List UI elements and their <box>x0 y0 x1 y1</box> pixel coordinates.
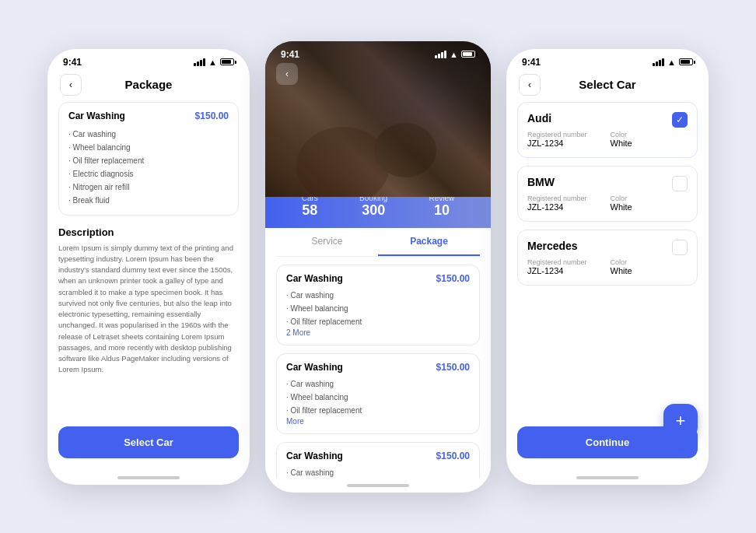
service-price-3: $150.00 <box>436 451 470 461</box>
service-card-1: Car Washing $150.00 Car washing Wheel ba… <box>276 265 480 345</box>
status-bar-1: 9:41 ▲ <box>47 49 250 71</box>
service-card-2: Car Washing $150.00 Car washing Wheel ba… <box>276 353 480 434</box>
signal-icon-2 <box>435 51 446 58</box>
package-items: Car washing Wheel balancing Oil filter r… <box>68 128 229 207</box>
fab-add-button[interactable]: + <box>663 404 698 438</box>
package-card: Car Washing $150.00 Car washing Wheel ba… <box>58 102 239 216</box>
list-item: Car washing <box>286 377 470 391</box>
service-price-1: $150.00 <box>436 273 470 284</box>
car-card-bmw[interactable]: BMW Registered number JZL-1234 Color Whi… <box>517 166 698 222</box>
description-body: Lorem Ipsum is simply dummy text of the … <box>58 243 239 376</box>
list-item: Oil filter replacement <box>286 404 470 417</box>
list-item: Oil filter replacement <box>286 315 470 328</box>
tab-service[interactable]: Service <box>276 228 378 256</box>
more-link-2[interactable]: More <box>286 417 470 426</box>
page-title-1: Package <box>82 78 215 91</box>
wifi-icon-3: ▲ <box>667 58 676 67</box>
list-item: Car washing <box>286 466 470 479</box>
status-icons-3: ▲ <box>653 58 693 67</box>
home-indicator-2 <box>265 479 491 493</box>
car-details-mercedes: Registered number JZL-1234 Color White <box>527 258 688 275</box>
reg-label-audi: Registered number <box>527 131 587 139</box>
service-items-2: Car washing Wheel balancing Oil filter r… <box>286 377 470 417</box>
phones-container: 9:41 ▲ ‹ Package Car W <box>24 18 732 516</box>
list-item: Wheel balancing <box>286 302 470 315</box>
car-card-audi[interactable]: Audi Registered number JZL-1234 Color Wh… <box>517 102 698 158</box>
home-indicator-3 <box>506 471 709 485</box>
reg-label-mercedes: Registered number <box>527 258 587 266</box>
package-price: $150.00 <box>195 110 229 121</box>
checkbox-bmw[interactable] <box>672 176 688 191</box>
checkbox-mercedes[interactable] <box>672 240 688 255</box>
service-items-1: Car washing Wheel balancing Oil filter r… <box>286 289 470 328</box>
phone-content-1: Car Washing $150.00 Car washing Wheel ba… <box>47 102 250 419</box>
service-name-1: Car Washing <box>286 273 343 284</box>
color-value-bmw: White <box>611 202 632 212</box>
booking-value: 300 <box>359 202 387 219</box>
tabs: Service Package <box>276 228 480 257</box>
back-button-3[interactable]: ‹ <box>519 74 541 96</box>
time-2: 9:41 <box>281 49 299 60</box>
svg-point-1 <box>374 123 436 177</box>
time-3: 9:41 <box>522 57 541 68</box>
review-value: 10 <box>429 202 455 219</box>
tab-package[interactable]: Package <box>378 228 480 256</box>
phone-select-car: 9:41 ▲ ‹ Select Car Audi <box>506 49 709 485</box>
list-item: Nitrogen air refill <box>68 181 229 194</box>
page-title-3: Select Car <box>541 78 674 91</box>
cars-value: 58 <box>302 202 318 219</box>
wifi-icon-1: ▲ <box>208 58 217 67</box>
list-item: Oil filter replacement <box>68 154 229 167</box>
color-label-bmw: Color <box>611 195 632 202</box>
time-1: 9:41 <box>63 57 82 68</box>
checkbox-audi[interactable]: ✓ <box>672 112 688 128</box>
package-header: Car Washing $150.00 <box>68 110 229 121</box>
phone-package: 9:41 ▲ ‹ Package Car W <box>47 49 250 485</box>
car-name-mercedes: Mercedes <box>527 240 688 252</box>
back-button-2[interactable]: ‹ <box>276 63 298 85</box>
reg-value-audi: JZL-1234 <box>527 139 587 148</box>
signal-icon-1 <box>194 58 205 66</box>
battery-icon-1 <box>220 58 234 65</box>
select-car-button[interactable]: Select Car <box>58 426 239 458</box>
status-icons-2: ▲ <box>435 50 475 59</box>
back-button-1[interactable]: ‹ <box>60 74 82 96</box>
reg-value-mercedes: JZL-1234 <box>527 266 587 275</box>
signal-icon-3 <box>653 58 664 66</box>
car-name-audi: Audi <box>527 112 688 124</box>
car-details-bmw: Registered number JZL-1234 Color White <box>527 195 688 212</box>
service-card-3: Car Washing $150.00 Car washing Wheel ba… <box>276 442 480 479</box>
hero-image: 9:41 ▲ ‹ <box>265 41 491 197</box>
list-item: Electric diagnosis <box>68 167 229 181</box>
car-name-bmw: BMW <box>527 176 688 188</box>
battery-icon-2 <box>461 51 475 58</box>
service-name-3: Car Washing <box>286 451 343 461</box>
color-label-audi: Color <box>611 131 632 139</box>
service-name-2: Car Washing <box>286 362 343 373</box>
stat-cars: Cars 58 <box>302 194 318 219</box>
phone-service: 9:41 ▲ ‹ <box>265 41 491 493</box>
reg-label-bmw: Registered number <box>527 195 587 202</box>
phone-content-3: Audi Registered number JZL-1234 Color Wh… <box>506 102 709 419</box>
list-item: Car washing <box>286 289 470 302</box>
svg-point-0 <box>296 127 390 197</box>
reg-value-bmw: JZL-1234 <box>527 202 587 212</box>
color-label-mercedes: Color <box>611 258 632 266</box>
list-item: Wheel balancing <box>286 391 470 404</box>
description-title: Description <box>58 226 239 238</box>
battery-icon-3 <box>679 58 693 65</box>
status-bar-3: 9:41 ▲ <box>506 49 709 71</box>
more-link-1[interactable]: 2 More <box>286 328 470 337</box>
color-value-mercedes: White <box>611 266 632 275</box>
stat-booking: Booking 300 <box>359 194 387 219</box>
stat-review: Review 10 <box>429 194 455 219</box>
nav-bar-3: ‹ Select Car <box>506 71 709 102</box>
list-item: Car washing <box>68 128 229 141</box>
wifi-icon-2: ▲ <box>450 50 458 59</box>
service-items-3: Car washing Wheel balancing <box>286 466 470 479</box>
car-card-mercedes[interactable]: Mercedes Registered number JZL-1234 Colo… <box>517 230 698 286</box>
package-name: Car Washing <box>68 110 125 121</box>
status-bar-2: 9:41 ▲ <box>265 41 491 63</box>
list-item: Break fluid <box>68 194 229 207</box>
service-price-2: $150.00 <box>436 362 470 373</box>
